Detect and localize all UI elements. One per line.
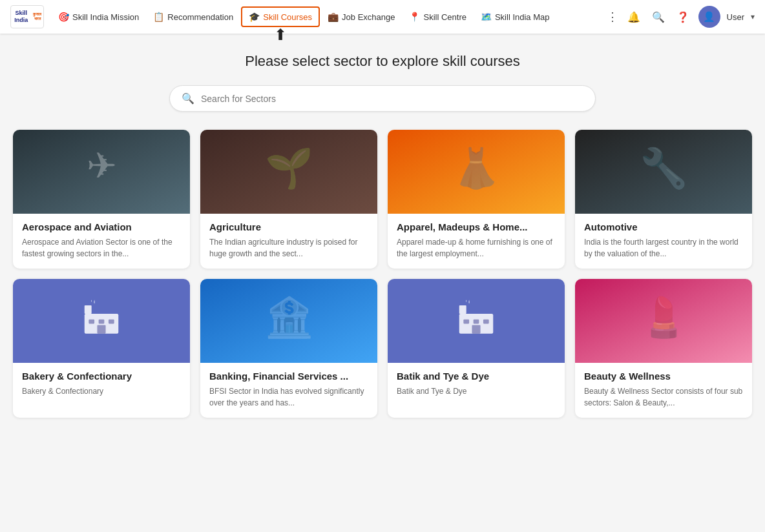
sector-desc-batik: Batik and Tye & Dye: [397, 385, 556, 397]
sector-image-bakery: [13, 279, 190, 363]
skill-india-map-icon: 🗺️: [481, 12, 492, 22]
navbar: Skill India कुशल भारत 🎯 Skill India Miss…: [0, 0, 765, 34]
nav-item-skill-india-mission[interactable]: 🎯 Skill India Mission: [52, 8, 145, 26]
sector-card-aerospace[interactable]: ✈ Aerospace and Aviation Aerospace and A…: [13, 130, 190, 269]
svg-rect-10: [89, 320, 94, 324]
sector-desc-apparel: Apparel made-up & home furnishing is one…: [397, 236, 556, 260]
job-exchange-icon: 💼: [328, 12, 339, 22]
svg-text:✈: ✈: [87, 145, 117, 186]
sector-image-aerospace: ✈: [13, 130, 190, 214]
sector-card-bakery[interactable]: Bakery & Confectionary Bakery & Confecti…: [13, 279, 190, 418]
skill-courses-icon: 🎓: [249, 12, 260, 22]
svg-rect-11: [99, 320, 105, 324]
page-title: Please select sector to explore skill co…: [13, 53, 752, 70]
sector-image-apparel: 👗: [388, 130, 565, 214]
sector-title-apparel: Apparel, Madeups & Home...: [397, 221, 556, 232]
sector-title-aerospace: Aerospace and Aviation: [22, 221, 181, 232]
more-options-button[interactable]: ⋮: [607, 10, 618, 24]
svg-rect-21: [472, 325, 480, 334]
recommendation-icon: 📋: [153, 12, 164, 22]
skill-centre-icon: 📍: [409, 12, 420, 22]
sector-desc-beauty: Beauty & Wellness Sector consists of fou…: [584, 385, 743, 409]
nav-item-label: Recommendation: [167, 12, 233, 22]
svg-rect-9: [85, 305, 92, 314]
sector-desc-agriculture: The Indian agriculture industry is poise…: [209, 236, 368, 260]
nav-item-skill-centre[interactable]: 📍 Skill Centre: [403, 8, 472, 26]
sector-image-beauty: 💄: [575, 279, 752, 363]
nav-item-recommendation[interactable]: 📋 Recommendation: [147, 8, 240, 26]
nav-item-label: Skill Centre: [423, 12, 466, 22]
sector-title-agriculture: Agriculture: [209, 221, 368, 232]
nav-item-label: Skill India Map: [495, 12, 550, 22]
user-label[interactable]: User: [727, 12, 744, 22]
svg-rect-13: [97, 325, 105, 334]
sector-desc-aerospace: Aerospace and Aviation Sector is one of …: [22, 236, 181, 260]
search-input[interactable]: [201, 94, 583, 104]
svg-rect-12: [109, 320, 114, 324]
search-icon: 🔍: [182, 92, 194, 105]
sector-desc-automotive: India is the fourth largest country in t…: [584, 236, 743, 260]
sector-card-apparel[interactable]: 👗 Apparel, Madeups & Home... Apparel mad…: [388, 130, 565, 269]
sector-body-agriculture: Agriculture The Indian agriculture indus…: [200, 214, 377, 269]
site-logo[interactable]: Skill India कुशल भारत: [10, 5, 44, 28]
sector-body-bakery: Bakery & Confectionary Bakery & Confecti…: [13, 363, 190, 406]
sector-card-batik[interactable]: Batik and Tye & Dye Batik and Tye & Dye: [388, 279, 565, 418]
svg-rect-19: [474, 320, 479, 324]
sector-title-batik: Batik and Tye & Dye: [397, 371, 556, 382]
search-bar: 🔍: [169, 85, 596, 112]
sector-card-automotive[interactable]: 🔧 Automotive India is the fourth largest…: [575, 130, 752, 269]
search-button[interactable]: 🔍: [649, 8, 667, 26]
active-arrow: ⬆: [274, 27, 287, 43]
nav-item-label: Skill India Mission: [72, 12, 139, 22]
svg-text:🏦: 🏦: [265, 294, 313, 340]
sector-card-beauty[interactable]: 💄 Beauty & Wellness Beauty & Wellness Se…: [575, 279, 752, 418]
sector-card-banking[interactable]: 🏦 Banking, Financial Services ... BFSI S…: [200, 279, 377, 418]
sector-body-banking: Banking, Financial Services ... BFSI Sec…: [200, 363, 377, 418]
sector-body-automotive: Automotive India is the fourth largest c…: [575, 214, 752, 269]
sector-card-agriculture[interactable]: 🌱 Agriculture The Indian agriculture ind…: [200, 130, 377, 269]
sector-image-automotive: 🔧: [575, 130, 752, 214]
sector-body-apparel: Apparel, Madeups & Home... Apparel made-…: [388, 214, 565, 269]
svg-text:👗: 👗: [452, 145, 501, 191]
nav-item-label: Job Exchange: [342, 12, 395, 22]
skill-india-mission-icon: 🎯: [58, 12, 69, 22]
svg-rect-20: [483, 320, 489, 324]
sector-title-bakery: Bakery & Confectionary: [22, 371, 181, 382]
svg-text:🌱: 🌱: [265, 145, 313, 191]
user-chevron-icon[interactable]: ▾: [751, 12, 755, 21]
notification-button[interactable]: 🔔: [625, 8, 643, 26]
sector-body-beauty: Beauty & Wellness Beauty & Wellness Sect…: [575, 363, 752, 418]
sector-body-batik: Batik and Tye & Dye Batik and Tye & Dye: [388, 363, 565, 406]
nav-items: 🎯 Skill India Mission 📋 Recommendation 🎓…: [52, 6, 607, 27]
help-button[interactable]: ❓: [674, 8, 692, 26]
sector-image-batik: [388, 279, 565, 363]
sector-desc-bakery: Bakery & Confectionary: [22, 385, 181, 397]
sector-title-automotive: Automotive: [584, 221, 743, 232]
sector-image-agriculture: 🌱: [200, 130, 377, 214]
nav-item-skill-courses[interactable]: 🎓 Skill Courses ⬆: [241, 6, 320, 27]
sector-title-beauty: Beauty & Wellness: [584, 371, 743, 382]
sector-body-aerospace: Aerospace and Aviation Aerospace and Avi…: [13, 214, 190, 269]
nav-item-label: Skill Courses: [263, 12, 312, 22]
logo-box: Skill India कुशल भारत: [10, 5, 44, 28]
svg-rect-17: [459, 305, 466, 314]
sector-image-banking: 🏦: [200, 279, 377, 363]
sector-grid: ✈ Aerospace and Aviation Aerospace and A…: [13, 130, 752, 418]
nav-item-job-exchange[interactable]: 💼 Job Exchange: [321, 8, 401, 26]
svg-rect-18: [463, 320, 469, 324]
nav-item-skill-india-map[interactable]: 🗺️ Skill India Map: [474, 8, 556, 26]
svg-text:🔧: 🔧: [640, 145, 688, 191]
nav-right: ⋮ 🔔 🔍 ❓ 👤 User ▾: [607, 6, 755, 28]
svg-text:💄: 💄: [640, 294, 688, 340]
main-content: Please select sector to explore skill co…: [0, 34, 765, 431]
user-avatar[interactable]: 👤: [698, 6, 720, 28]
sector-desc-banking: BFSI Sector in India has evolved signifi…: [209, 385, 368, 409]
sector-title-banking: Banking, Financial Services ...: [209, 371, 368, 382]
